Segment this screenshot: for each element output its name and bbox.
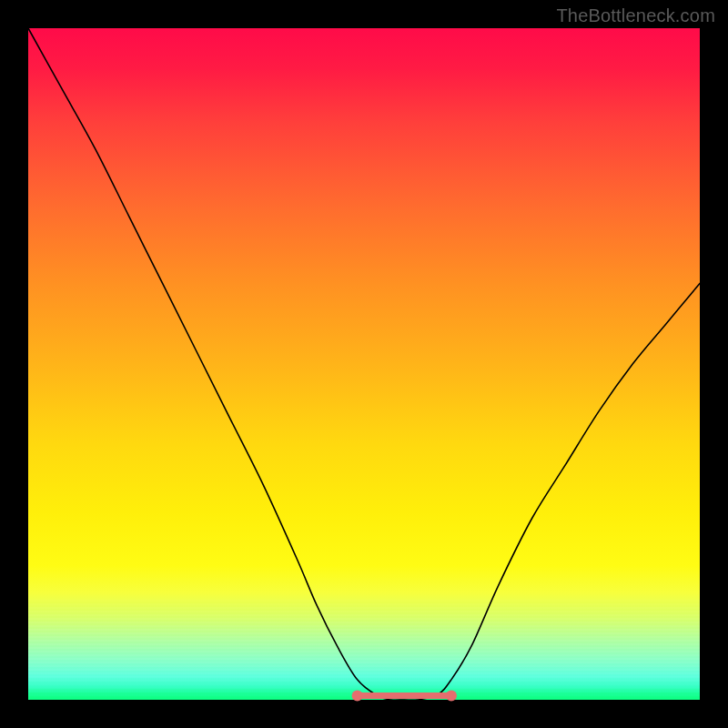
bottleneck-curve-svg — [28, 28, 700, 700]
bottleneck-curve — [28, 28, 700, 700]
optimal-range-marker-right — [446, 691, 457, 702]
chart-frame: TheBottleneck.com — [0, 0, 728, 728]
plot-area — [28, 28, 700, 700]
optimal-range-marker-left — [352, 691, 363, 702]
watermark-text: TheBottleneck.com — [556, 5, 715, 26]
